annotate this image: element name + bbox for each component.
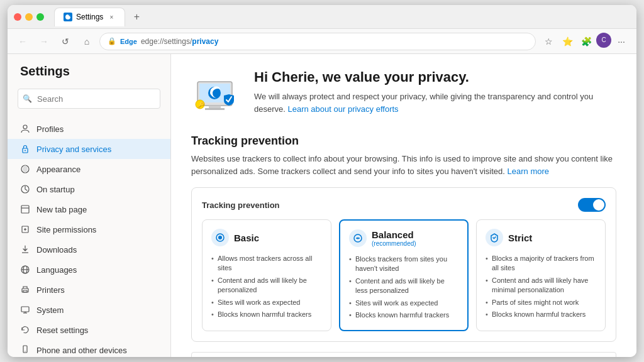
strict-icon bbox=[486, 229, 503, 246]
startup-icon bbox=[20, 184, 30, 194]
languages-icon bbox=[20, 265, 30, 275]
newtab-icon bbox=[20, 204, 30, 214]
svg-rect-6 bbox=[21, 206, 29, 213]
maximize-window-button[interactable] bbox=[36, 13, 44, 21]
address-url: edge://settings/privacy bbox=[141, 37, 218, 46]
settings-tab[interactable]: Settings × bbox=[54, 8, 125, 26]
system-label: System bbox=[36, 305, 64, 315]
basic-bullet-3: Sites will work as expected bbox=[211, 297, 322, 309]
balanced-bullet-1: Blocks trackers from sites you haven't v… bbox=[349, 253, 458, 275]
sidebar-item-languages[interactable]: Languages bbox=[8, 260, 170, 280]
sidebar-item-privacy[interactable]: Privacy and services bbox=[8, 139, 170, 159]
profile-avatar[interactable]: C bbox=[596, 33, 611, 48]
search-box: 🔍 bbox=[18, 89, 160, 109]
refresh-button[interactable]: ↺ bbox=[57, 33, 74, 50]
toggle-thumb bbox=[593, 199, 604, 211]
newtab-label: New tab page bbox=[36, 205, 87, 214]
basic-icon bbox=[211, 229, 229, 246]
extensions-icon[interactable]: 🧩 bbox=[577, 33, 595, 50]
basic-bullet-1: Allows most trackers across all sites bbox=[211, 253, 322, 275]
sidebar-item-system[interactable]: System bbox=[8, 300, 170, 320]
address-input[interactable]: 🔒 Edge edge://settings/privacy bbox=[99, 33, 536, 50]
phone-icon bbox=[20, 345, 30, 355]
learn-privacy-link[interactable]: Learn about our privacy efforts bbox=[288, 104, 399, 114]
sidebar-item-appearance[interactable]: Appearance bbox=[8, 159, 170, 179]
tracking-section: Tracking prevention Websites use tracker… bbox=[191, 134, 616, 357]
search-input[interactable] bbox=[18, 89, 160, 109]
svg-point-32 bbox=[218, 236, 222, 239]
reset-icon bbox=[20, 325, 30, 335]
option-strict-header: Strict bbox=[486, 229, 596, 246]
tracking-desc: Websites use trackers to collect info ab… bbox=[191, 153, 616, 177]
sidebar-item-printers[interactable]: Printers bbox=[8, 280, 170, 300]
basic-bullet-2: Content and ads will likely be personali… bbox=[211, 275, 322, 297]
svg-rect-27 bbox=[205, 108, 225, 110]
phone-label: Phone and other devices bbox=[36, 346, 127, 355]
sidebar-item-startup[interactable]: On startup bbox=[8, 179, 170, 199]
sidebar-item-profiles[interactable]: Profiles bbox=[8, 119, 170, 139]
tab-bar: Settings × + bbox=[54, 8, 630, 26]
home-button[interactable]: ⌂ bbox=[78, 33, 96, 50]
svg-point-3 bbox=[25, 150, 26, 151]
new-tab-button[interactable]: + bbox=[128, 8, 145, 26]
appearance-label: Appearance bbox=[36, 165, 80, 174]
svg-rect-16 bbox=[23, 290, 27, 292]
traffic-lights bbox=[14, 13, 44, 21]
option-strict[interactable]: Strict Blocks a majority of trackers fro… bbox=[476, 219, 606, 331]
greeting-desc: We will always protect and respect your … bbox=[254, 90, 616, 115]
sidebar: Settings 🔍 Profiles Privacy and services bbox=[8, 54, 171, 357]
privacy-text: Hi Cherie, we value your privacy. We wil… bbox=[254, 69, 616, 115]
permissions-icon bbox=[20, 224, 30, 234]
svg-text:🔑: 🔑 bbox=[197, 101, 205, 109]
balanced-bullet-3: Sites will work as expected bbox=[349, 297, 458, 309]
profiles-icon bbox=[20, 124, 30, 134]
svg-point-35 bbox=[357, 238, 359, 239]
sidebar-item-downloads[interactable]: Downloads bbox=[8, 239, 170, 260]
strict-bullets: Blocks a majority of trackers from all s… bbox=[486, 253, 596, 321]
back-button[interactable]: ← bbox=[14, 33, 31, 50]
tracking-toggle[interactable] bbox=[578, 198, 606, 212]
tracking-learn-link[interactable]: Learn more bbox=[508, 167, 549, 176]
option-basic[interactable]: Basic Allows most trackers across all si… bbox=[202, 219, 331, 331]
toolbar-icons: ☆ ⭐ 🧩 C ··· bbox=[540, 33, 630, 50]
privacy-label: Privacy and services bbox=[36, 145, 111, 154]
favorites-icon[interactable]: ☆ bbox=[540, 33, 557, 50]
tab-close-button[interactable]: × bbox=[107, 13, 116, 21]
content-area: 🔑 Hi Cherie, we value your privacy. We w… bbox=[171, 54, 636, 357]
balanced-bullet-2: Content and ads will likely be less pers… bbox=[349, 275, 458, 297]
more-menu-icon[interactable]: ··· bbox=[613, 33, 630, 50]
reset-label: Reset settings bbox=[36, 326, 88, 335]
option-balanced[interactable]: Balanced (recommended) Blocks trackers f… bbox=[339, 219, 469, 331]
basic-title: Basic bbox=[234, 233, 259, 243]
close-window-button[interactable] bbox=[14, 13, 21, 21]
sidebar-item-permissions[interactable]: Site permissions bbox=[8, 219, 170, 239]
appearance-icon bbox=[20, 164, 30, 174]
strict-bullet-3: Parts of sites might not work bbox=[486, 297, 596, 309]
downloads-icon bbox=[20, 244, 30, 255]
title-bar: Settings × + bbox=[8, 5, 636, 29]
address-bar: ← → ↺ ⌂ 🔒 Edge edge://settings/privacy ☆… bbox=[8, 29, 636, 54]
permissions-label: Site permissions bbox=[36, 225, 96, 234]
sidebar-title: Settings bbox=[8, 64, 170, 89]
tracking-card-header: Tracking prevention bbox=[202, 198, 606, 212]
strict-bullet-1: Blocks a majority of trackers from all s… bbox=[486, 253, 596, 275]
startup-label: On startup bbox=[36, 185, 75, 194]
privacy-header: 🔑 Hi Cherie, we value your privacy. We w… bbox=[191, 69, 616, 119]
sidebar-item-phone[interactable]: Phone and other devices bbox=[8, 340, 170, 357]
privacy-illustration: 🔑 bbox=[191, 69, 242, 119]
sidebar-item-newtab[interactable]: New tab page bbox=[8, 199, 170, 219]
minimize-window-button[interactable] bbox=[25, 13, 33, 21]
printers-label: Printers bbox=[36, 285, 65, 295]
strict-title: Strict bbox=[508, 233, 532, 243]
languages-label: Languages bbox=[36, 265, 77, 275]
privacy-icon bbox=[20, 144, 30, 154]
balanced-title: Balanced bbox=[372, 229, 416, 240]
edge-label: Edge bbox=[120, 38, 137, 45]
basic-bullet-4: Blocks known harmful trackers bbox=[211, 309, 322, 321]
blocked-trackers-item[interactable]: Blocked trackers View the sites that hav… bbox=[191, 352, 616, 357]
collections-icon[interactable]: ⭐ bbox=[558, 33, 576, 50]
sidebar-item-reset[interactable]: Reset settings bbox=[8, 320, 170, 340]
option-basic-header: Basic bbox=[211, 229, 322, 246]
forward-button[interactable]: → bbox=[35, 33, 53, 50]
tracking-title: Tracking prevention bbox=[191, 134, 616, 148]
